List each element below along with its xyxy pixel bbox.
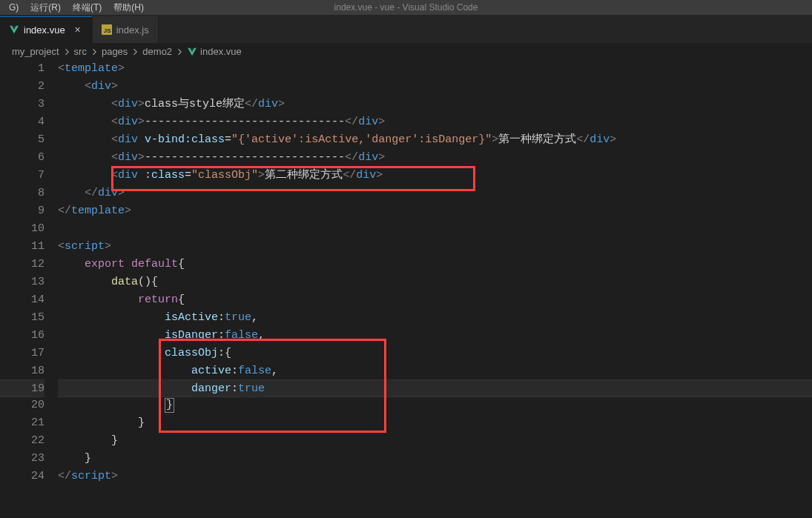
window-title: index.vue - vue - Visual Studio Code — [334, 2, 478, 13]
crumb-file[interactable]: index.vue — [187, 46, 242, 57]
menubar-fragment: G) — [3, 0, 24, 15]
tab-index-vue[interactable]: index.vue × — [0, 16, 93, 43]
menu-terminal[interactable]: 终端(T) — [67, 0, 108, 15]
close-icon[interactable]: × — [73, 24, 83, 35]
chevron-right-icon — [131, 47, 139, 56]
menu-run[interactable]: 运行(R) — [24, 0, 67, 15]
menubar[interactable]: G) 运行(R) 终端(T) 帮助(H) index.vue - vue - V… — [0, 0, 812, 16]
code-area[interactable]: <template> <div> <div>class与style绑定</div… — [58, 60, 812, 516]
vue-icon — [187, 47, 197, 57]
breadcrumb[interactable]: my_project src pages demo2 index.vue — [0, 43, 812, 60]
tab-label: index.js — [116, 24, 149, 36]
tab-index-js[interactable]: JS index.js — [93, 16, 159, 43]
crumb-project[interactable]: my_project — [12, 46, 59, 57]
chevron-right-icon — [62, 47, 71, 56]
chevron-right-icon — [175, 47, 184, 56]
line-gutter: 123456789101112131415161718192021222324 — [0, 60, 58, 516]
menu-help[interactable]: 帮助(H) — [108, 0, 150, 15]
js-icon: JS — [102, 24, 112, 35]
crumb-pages[interactable]: pages — [102, 46, 128, 57]
crumb-src[interactable]: src — [74, 46, 87, 57]
tab-label: index.vue — [24, 24, 65, 36]
chevron-right-icon — [90, 47, 99, 56]
vue-icon — [9, 24, 19, 35]
tab-bar: index.vue × JS index.js — [0, 16, 812, 43]
editor[interactable]: 123456789101112131415161718192021222324 … — [0, 60, 812, 516]
crumb-demo2[interactable]: demo2 — [142, 46, 172, 57]
